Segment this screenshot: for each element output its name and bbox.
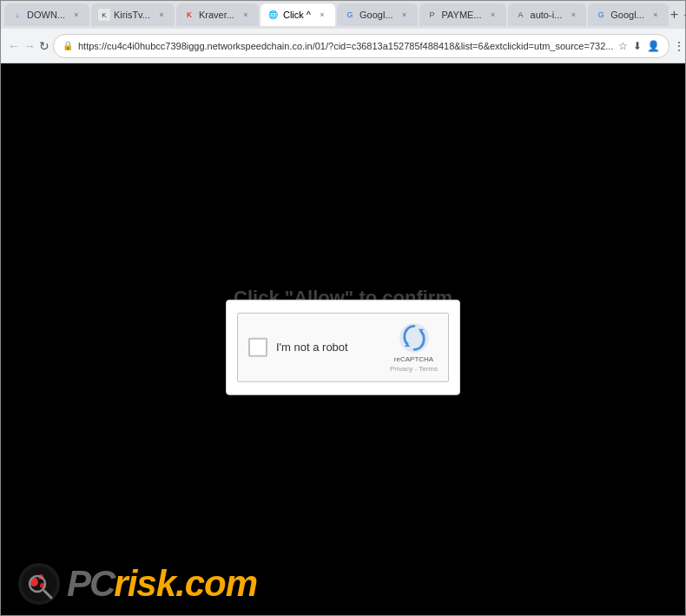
tab-label-autoi: auto-i...	[531, 10, 563, 20]
url-actions: ☆ ⬇ 👤	[618, 40, 660, 52]
tab-favicon-click: 🌐	[267, 9, 280, 21]
tab-label-google1: Googl...	[359, 10, 393, 20]
recaptcha-links: Privacy - Terms	[390, 364, 438, 372]
forward-button[interactable]: →	[23, 34, 36, 58]
tab-close-kraver[interactable]: ×	[240, 9, 252, 21]
tab-favicon-kraver: K	[183, 9, 195, 21]
tab-google2[interactable]: G Googl... ×	[588, 3, 669, 26]
tab-kiristv[interactable]: K KirisTv... ×	[91, 3, 175, 26]
tab-close-payme[interactable]: ×	[487, 9, 499, 21]
tab-google1[interactable]: G Googl... ×	[337, 3, 418, 26]
tab-favicon-kiristv: K	[98, 9, 110, 21]
recaptcha-terms-link[interactable]: Terms	[419, 364, 438, 372]
recaptcha-brand-text: reCAPTCHA	[394, 354, 433, 362]
tab-favicon-google1: G	[344, 9, 356, 21]
recaptcha-widget: I'm not a robot reCAPTCHA Privacy -	[237, 312, 449, 381]
tab-click[interactable]: 🌐 Click ^ ×	[261, 3, 335, 26]
tab-close-autoi[interactable]: ×	[567, 9, 579, 21]
pcrisk-brand-text: PC risk.com	[67, 563, 257, 605]
tab-label-google2: Googl...	[610, 10, 644, 20]
tab-autoi[interactable]: A auto-i... ×	[508, 3, 587, 26]
tab-label-kraver: Kraver...	[199, 10, 234, 20]
recaptcha-logo-area: reCAPTCHA Privacy - Terms	[390, 321, 438, 372]
profile-icon[interactable]: 👤	[647, 40, 660, 52]
back-button[interactable]: ←	[8, 34, 20, 58]
url-bar[interactable]: 🔒 https://cu4c4i0hubcc7398iggg.networksp…	[53, 34, 670, 58]
tab-close-down[interactable]: ×	[70, 9, 82, 21]
tab-label-kiristv: KirisTv...	[114, 10, 150, 20]
menu-button[interactable]: ⋮	[673, 34, 685, 58]
reload-button[interactable]: ↻	[39, 34, 49, 58]
recaptcha-checkbox[interactable]	[248, 337, 267, 356]
tab-close-google2[interactable]: ×	[650, 9, 662, 21]
page-content: Click "Allow" to confirm that you are no…	[1, 63, 685, 615]
tab-label-click: Click ^	[283, 10, 311, 20]
window-controls: − □ ×	[680, 9, 686, 21]
tab-close-kiristv[interactable]: ×	[155, 9, 168, 21]
tab-close-google1[interactable]: ×	[399, 9, 411, 21]
lock-icon: 🔒	[63, 41, 73, 50]
recaptcha-container: I'm not a robot reCAPTCHA Privacy -	[226, 299, 460, 394]
pcrisk-risk-text: risk.com	[114, 563, 257, 605]
bookmark-icon[interactable]: ☆	[618, 40, 628, 52]
recaptcha-label: I'm not a robot	[276, 341, 381, 354]
title-bar: ↓ DOWN... × K KirisTv... × K Kraver... ×…	[1, 1, 685, 29]
recaptcha-logo-icon	[399, 321, 430, 353]
tab-favicon-google2: G	[595, 9, 607, 21]
tab-payme[interactable]: P PAYME... ×	[419, 3, 506, 26]
pcrisk-footer: PC risk.com	[18, 563, 257, 605]
tab-label-payme: PAYME...	[442, 10, 482, 20]
new-tab-button[interactable]: +	[670, 3, 678, 26]
tab-kraver[interactable]: K Kraver... ×	[176, 3, 259, 26]
tab-label-down: DOWN...	[27, 10, 65, 20]
browser-window: ↓ DOWN... × K KirisTv... × K Kraver... ×…	[0, 0, 686, 616]
tab-favicon-payme: P	[426, 9, 439, 21]
tab-close-click[interactable]: ×	[316, 9, 328, 21]
pcrisk-pc-text: PC	[67, 563, 114, 605]
download-icon[interactable]: ⬇	[633, 40, 642, 52]
pcrisk-logo-icon	[18, 563, 60, 605]
recaptcha-privacy-link[interactable]: Privacy	[390, 364, 412, 372]
minimize-button[interactable]: −	[680, 9, 686, 21]
tab-favicon-autoi: A	[515, 9, 527, 21]
nav-bar: ← → ↻ 🔒 https://cu4c4i0hubcc7398iggg.net…	[1, 29, 685, 63]
url-text: https://cu4c4i0hubcc7398iggg.networkspee…	[78, 41, 613, 51]
pcrisk-icon-svg	[20, 565, 58, 603]
tab-favicon-down: ↓	[11, 9, 23, 21]
tab-down[interactable]: ↓ DOWN... ×	[4, 3, 89, 26]
